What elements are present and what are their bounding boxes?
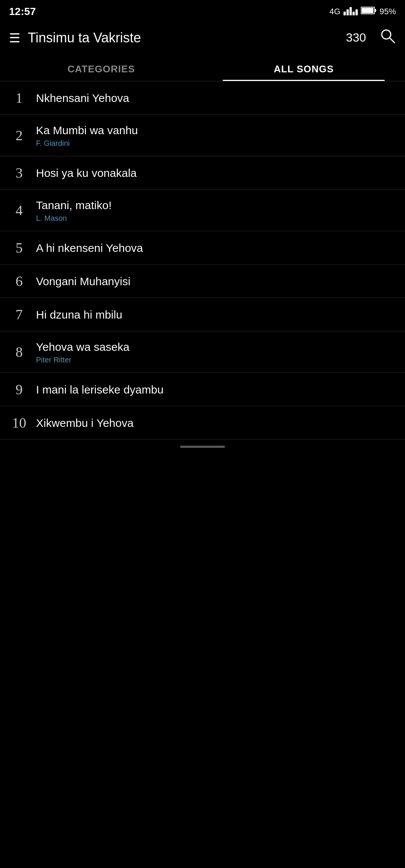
song-info: Hosi ya ku vonakala [32, 166, 396, 180]
song-info: Tanani, matiko!L. Mason [32, 198, 396, 223]
song-item[interactable]: 6Vongani Muhanyisi [0, 265, 405, 298]
song-number: 8 [6, 344, 32, 360]
song-title: A hi nkenseni Yehova [36, 241, 396, 255]
svg-rect-2 [350, 7, 352, 15]
svg-line-9 [390, 38, 394, 43]
menu-button[interactable]: ☰ [9, 31, 20, 44]
app-header: ☰ Tinsimu ta Vakriste 330 [0, 22, 405, 53]
svg-rect-6 [375, 9, 376, 12]
tab-bar: CATEGORIES ALL SONGS [0, 57, 405, 81]
song-number: 9 [6, 381, 32, 398]
song-title: Hosi ya ku vonakala [36, 166, 396, 180]
song-item[interactable]: 2Ka Mumbi wa vanhuF. Giardini [0, 115, 405, 156]
tab-categories[interactable]: CATEGORIES [0, 57, 202, 81]
tab-all-songs[interactable]: ALL SONGS [202, 57, 405, 81]
song-item[interactable]: 9I mani la leriseke dyambu [0, 373, 405, 406]
song-title: Ka Mumbi wa vanhu [36, 123, 396, 138]
battery-percent: 95% [380, 7, 396, 16]
song-item[interactable]: 5A hi nkenseni Yehova [0, 231, 405, 265]
app-title: Tinsimu ta Vakriste [28, 30, 339, 46]
svg-rect-1 [346, 9, 349, 15]
song-item[interactable]: 3Hosi ya ku vonakala [0, 156, 405, 190]
scroll-bar [180, 446, 225, 448]
song-item[interactable]: 7Hi dzuna hi mbilu [0, 298, 405, 331]
svg-rect-0 [344, 12, 346, 15]
song-info: Vongani Muhanyisi [32, 274, 396, 289]
song-title: Xikwembu i Yehova [36, 416, 396, 430]
song-info: Ka Mumbi wa vanhuF. Giardini [32, 123, 396, 148]
song-number: 10 [6, 415, 32, 431]
song-author: F. Giardini [36, 139, 396, 148]
status-bar: 12:57 4G 95% [0, 0, 405, 22]
svg-rect-4 [356, 9, 358, 15]
song-item[interactable]: 10Xikwembu i Yehova [0, 406, 405, 440]
battery-icon [361, 6, 376, 17]
song-count: 330 [346, 31, 366, 45]
song-author: Piter Ritter [36, 356, 396, 364]
song-info: Nkhensani Yehova [32, 91, 396, 105]
song-list: 1Nkhensani Yehova2Ka Mumbi wa vanhuF. Gi… [0, 81, 405, 440]
svg-rect-3 [352, 12, 355, 15]
song-number: 7 [6, 306, 32, 323]
song-info: Yehova wa sasekaPiter Ritter [32, 340, 396, 364]
song-number: 2 [6, 127, 32, 144]
search-button[interactable] [380, 28, 396, 48]
svg-rect-7 [362, 8, 374, 13]
scroll-indicator [0, 440, 405, 452]
song-title: Nkhensani Yehova [36, 91, 396, 105]
song-title: Hi dzuna hi mbilu [36, 307, 396, 322]
song-item[interactable]: 1Nkhensani Yehova [0, 81, 405, 115]
signal-icon [344, 6, 358, 18]
song-info: I mani la leriseke dyambu [32, 382, 396, 397]
song-number: 6 [6, 273, 32, 289]
song-item[interactable]: 4Tanani, matiko!L. Mason [0, 190, 405, 231]
status-icons: 4G 95% [330, 6, 396, 18]
song-info: A hi nkenseni Yehova [32, 241, 396, 255]
song-item[interactable]: 8Yehova wa sasekaPiter Ritter [0, 331, 405, 373]
song-title: Vongani Muhanyisi [36, 274, 396, 289]
song-number: 3 [6, 165, 32, 181]
song-info: Xikwembu i Yehova [32, 416, 396, 430]
song-info: Hi dzuna hi mbilu [32, 307, 396, 322]
song-number: 4 [6, 202, 32, 218]
status-time: 12:57 [9, 6, 36, 18]
song-number: 5 [6, 239, 32, 256]
song-title: I mani la leriseke dyambu [36, 382, 396, 397]
song-title: Tanani, matiko! [36, 198, 396, 213]
song-author: L. Mason [36, 214, 396, 223]
song-number: 1 [6, 90, 32, 106]
song-title: Yehova wa saseka [36, 340, 396, 354]
network-icon: 4G [330, 7, 340, 16]
